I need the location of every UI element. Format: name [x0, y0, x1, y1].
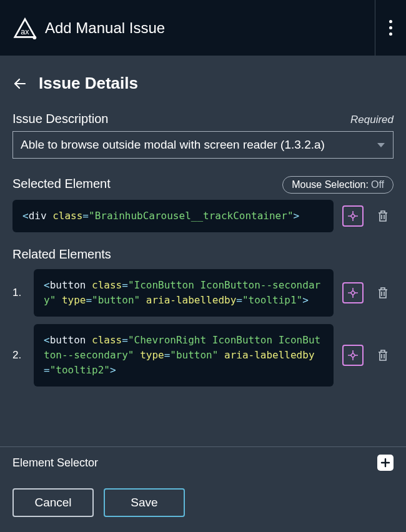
- svg-text:ax: ax: [21, 27, 29, 36]
- highlight-button[interactable]: [342, 345, 364, 366]
- related-elements-label: Related Elements: [12, 247, 394, 262]
- header-title: Add Manual Issue: [45, 19, 165, 37]
- list-number: 2.: [12, 349, 25, 362]
- content-area: Issue Details Issue Description Required…: [0, 56, 406, 446]
- highlight-button[interactable]: [342, 282, 364, 303]
- bottom-panel: Element Selector Cancel Save: [0, 446, 406, 532]
- chevron-down-icon: [377, 138, 385, 152]
- delete-button[interactable]: [372, 345, 394, 366]
- highlight-button[interactable]: [342, 205, 364, 227]
- svg-rect-4: [350, 290, 355, 295]
- delete-button[interactable]: [372, 205, 394, 227]
- save-button[interactable]: Save: [104, 488, 185, 517]
- issue-description-select[interactable]: Able to browse outside modal with screen…: [12, 131, 394, 159]
- related-element-row: 1.<button class="IconButton IconButton--…: [12, 269, 394, 317]
- svg-point-0: [32, 36, 36, 39]
- list-number: 1.: [12, 287, 25, 299]
- mouse-selection-value: Off: [371, 179, 384, 190]
- element-selector-label: Element Selector: [12, 456, 98, 470]
- issue-description-value: Able to browse outside modal with screen…: [21, 138, 325, 151]
- mouse-selection-label: Mouse Selection:: [292, 179, 369, 190]
- page-title: Issue Details: [39, 74, 138, 93]
- add-selector-button[interactable]: [377, 455, 394, 471]
- related-element-code: <button class="IconButton IconButton--se…: [34, 269, 334, 317]
- issue-description-label: Issue Description: [12, 112, 108, 126]
- mouse-selection-toggle[interactable]: Mouse Selection: Off: [282, 176, 394, 194]
- required-indicator: Required: [350, 114, 394, 126]
- cancel-button[interactable]: Cancel: [12, 488, 94, 517]
- back-button[interactable]: [12, 76, 27, 91]
- svg-rect-5: [350, 353, 355, 357]
- delete-button[interactable]: [372, 282, 394, 303]
- axe-logo-icon: ax: [12, 17, 37, 39]
- kebab-icon: [389, 20, 392, 36]
- selected-element-label: Selected Element: [12, 177, 111, 191]
- related-element-code: <button class="ChevronRight IconButton I…: [34, 324, 334, 387]
- kebab-menu-button[interactable]: [375, 0, 406, 56]
- header: ax Add Manual Issue: [0, 0, 406, 56]
- selected-element-code: <div class="BrainhubCarousel__trackConta…: [12, 200, 334, 232]
- svg-rect-3: [350, 214, 355, 218]
- related-element-row: 2.<button class="ChevronRight IconButton…: [12, 324, 394, 387]
